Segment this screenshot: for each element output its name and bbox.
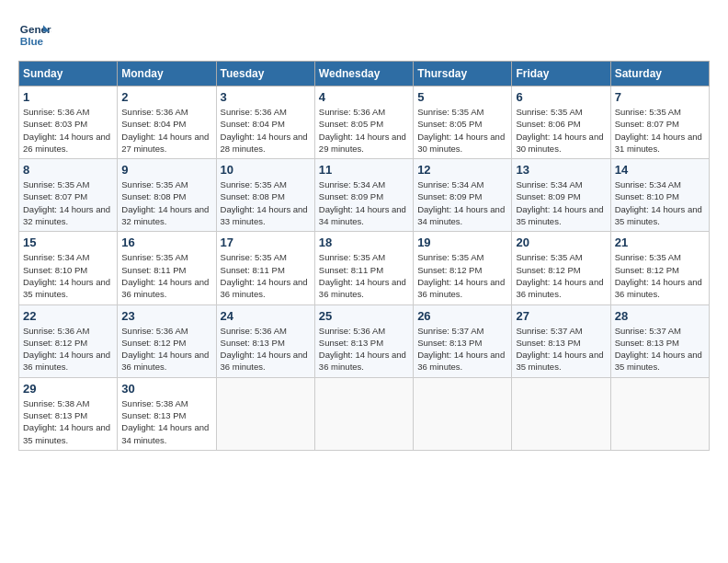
day-info: Sunrise: 5:36 AM Sunset: 8:04 PM Dayligh… xyxy=(121,106,211,155)
day-info: Sunrise: 5:34 AM Sunset: 8:09 PM Dayligh… xyxy=(417,178,507,227)
day-number: 30 xyxy=(121,382,211,396)
day-of-week-header: Wednesday xyxy=(314,62,413,86)
calendar-cell: 10 Sunrise: 5:35 AM Sunset: 8:08 PM Dayl… xyxy=(216,159,314,232)
day-info: Sunrise: 5:38 AM Sunset: 8:13 PM Dayligh… xyxy=(23,397,113,446)
calendar-week-row: 8 Sunrise: 5:35 AM Sunset: 8:07 PM Dayli… xyxy=(19,159,710,232)
day-info: Sunrise: 5:35 AM Sunset: 8:07 PM Dayligh… xyxy=(23,178,113,227)
day-of-week-header: Friday xyxy=(512,62,610,86)
calendar-cell: 9 Sunrise: 5:35 AM Sunset: 8:08 PM Dayli… xyxy=(118,159,216,232)
day-number: 29 xyxy=(23,382,113,396)
day-info: Sunrise: 5:34 AM Sunset: 8:10 PM Dayligh… xyxy=(23,251,113,300)
day-info: Sunrise: 5:36 AM Sunset: 8:12 PM Dayligh… xyxy=(23,325,113,373)
day-info: Sunrise: 5:37 AM Sunset: 8:13 PM Dayligh… xyxy=(417,325,507,373)
header: General Blue xyxy=(18,18,710,52)
day-number: 14 xyxy=(615,163,705,177)
calendar-cell: 16 Sunrise: 5:35 AM Sunset: 8:11 PM Dayl… xyxy=(118,232,216,304)
day-number: 10 xyxy=(221,163,311,177)
day-number: 1 xyxy=(23,90,113,104)
day-info: Sunrise: 5:36 AM Sunset: 8:03 PM Dayligh… xyxy=(23,106,113,155)
day-of-week-header: Saturday xyxy=(610,62,709,86)
day-number: 24 xyxy=(221,309,311,323)
calendar-week-row: 1 Sunrise: 5:36 AM Sunset: 8:03 PM Dayli… xyxy=(19,86,710,159)
logo-icon: General Blue xyxy=(18,18,51,52)
day-number: 20 xyxy=(516,236,606,249)
day-info: Sunrise: 5:34 AM Sunset: 8:09 PM Dayligh… xyxy=(516,178,606,227)
day-info: Sunrise: 5:35 AM Sunset: 8:08 PM Dayligh… xyxy=(221,178,311,227)
calendar-cell: 25 Sunrise: 5:36 AM Sunset: 8:13 PM Dayl… xyxy=(314,304,413,377)
day-info: Sunrise: 5:35 AM Sunset: 8:08 PM Dayligh… xyxy=(121,178,211,227)
calendar-cell: 19 Sunrise: 5:35 AM Sunset: 8:12 PM Dayl… xyxy=(414,232,512,304)
day-number: 12 xyxy=(417,163,507,177)
calendar-cell: 23 Sunrise: 5:36 AM Sunset: 8:12 PM Dayl… xyxy=(118,304,216,377)
calendar-cell: 7 Sunrise: 5:35 AM Sunset: 8:07 PM Dayli… xyxy=(610,86,709,159)
calendar-cell: 22 Sunrise: 5:36 AM Sunset: 8:12 PM Dayl… xyxy=(19,304,118,377)
calendar-cell xyxy=(512,377,610,450)
calendar-cell: 30 Sunrise: 5:38 AM Sunset: 8:13 PM Dayl… xyxy=(118,377,216,450)
calendar-week-row: 15 Sunrise: 5:34 AM Sunset: 8:10 PM Dayl… xyxy=(19,232,710,304)
calendar-cell: 27 Sunrise: 5:37 AM Sunset: 8:13 PM Dayl… xyxy=(512,304,610,377)
day-number: 28 xyxy=(615,309,705,323)
calendar-cell xyxy=(216,377,314,450)
day-of-week-header: Sunday xyxy=(19,62,118,86)
day-info: Sunrise: 5:35 AM Sunset: 8:12 PM Dayligh… xyxy=(615,251,705,300)
day-number: 15 xyxy=(23,236,113,249)
day-info: Sunrise: 5:36 AM Sunset: 8:05 PM Dayligh… xyxy=(319,106,409,155)
calendar-cell: 6 Sunrise: 5:35 AM Sunset: 8:06 PM Dayli… xyxy=(512,86,610,159)
calendar: SundayMondayTuesdayWednesdayThursdayFrid… xyxy=(18,61,710,451)
day-of-week-header: Tuesday xyxy=(216,62,314,86)
calendar-cell: 8 Sunrise: 5:35 AM Sunset: 8:07 PM Dayli… xyxy=(19,159,118,232)
day-number: 19 xyxy=(417,236,507,249)
day-number: 21 xyxy=(615,236,705,249)
svg-text:Blue: Blue xyxy=(20,35,44,47)
day-of-week-header: Monday xyxy=(118,62,216,86)
day-info: Sunrise: 5:35 AM Sunset: 8:06 PM Dayligh… xyxy=(516,106,606,155)
day-info: Sunrise: 5:34 AM Sunset: 8:10 PM Dayligh… xyxy=(615,178,705,227)
day-number: 25 xyxy=(319,309,409,323)
day-number: 17 xyxy=(221,236,311,249)
calendar-cell: 29 Sunrise: 5:38 AM Sunset: 8:13 PM Dayl… xyxy=(19,377,118,450)
calendar-cell: 1 Sunrise: 5:36 AM Sunset: 8:03 PM Dayli… xyxy=(19,86,118,159)
day-info: Sunrise: 5:35 AM Sunset: 8:11 PM Dayligh… xyxy=(319,251,409,300)
day-number: 8 xyxy=(23,163,113,177)
calendar-cell: 11 Sunrise: 5:34 AM Sunset: 8:09 PM Dayl… xyxy=(314,159,413,232)
calendar-cell: 17 Sunrise: 5:35 AM Sunset: 8:11 PM Dayl… xyxy=(216,232,314,304)
calendar-cell: 28 Sunrise: 5:37 AM Sunset: 8:13 PM Dayl… xyxy=(610,304,709,377)
calendar-cell: 5 Sunrise: 5:35 AM Sunset: 8:05 PM Dayli… xyxy=(414,86,512,159)
day-info: Sunrise: 5:35 AM Sunset: 8:05 PM Dayligh… xyxy=(417,106,507,155)
calendar-cell: 13 Sunrise: 5:34 AM Sunset: 8:09 PM Dayl… xyxy=(512,159,610,232)
calendar-cell: 26 Sunrise: 5:37 AM Sunset: 8:13 PM Dayl… xyxy=(414,304,512,377)
day-number: 11 xyxy=(319,163,409,177)
day-info: Sunrise: 5:35 AM Sunset: 8:12 PM Dayligh… xyxy=(516,251,606,300)
day-info: Sunrise: 5:37 AM Sunset: 8:13 PM Dayligh… xyxy=(516,325,606,373)
day-number: 7 xyxy=(615,90,705,104)
calendar-cell: 15 Sunrise: 5:34 AM Sunset: 8:10 PM Dayl… xyxy=(19,232,118,304)
calendar-cell: 12 Sunrise: 5:34 AM Sunset: 8:09 PM Dayl… xyxy=(414,159,512,232)
day-info: Sunrise: 5:36 AM Sunset: 8:04 PM Dayligh… xyxy=(221,106,311,155)
day-number: 27 xyxy=(516,309,606,323)
day-info: Sunrise: 5:35 AM Sunset: 8:11 PM Dayligh… xyxy=(121,251,211,300)
day-number: 26 xyxy=(417,309,507,323)
calendar-cell xyxy=(314,377,413,450)
calendar-week-row: 29 Sunrise: 5:38 AM Sunset: 8:13 PM Dayl… xyxy=(19,377,710,450)
calendar-cell: 2 Sunrise: 5:36 AM Sunset: 8:04 PM Dayli… xyxy=(118,86,216,159)
calendar-cell: 21 Sunrise: 5:35 AM Sunset: 8:12 PM Dayl… xyxy=(610,232,709,304)
day-number: 16 xyxy=(121,236,211,249)
day-number: 23 xyxy=(121,309,211,323)
day-info: Sunrise: 5:35 AM Sunset: 8:07 PM Dayligh… xyxy=(615,106,705,155)
day-info: Sunrise: 5:36 AM Sunset: 8:13 PM Dayligh… xyxy=(319,325,409,373)
day-info: Sunrise: 5:34 AM Sunset: 8:09 PM Dayligh… xyxy=(319,178,409,227)
day-number: 3 xyxy=(221,90,311,104)
day-info: Sunrise: 5:35 AM Sunset: 8:12 PM Dayligh… xyxy=(417,251,507,300)
day-info: Sunrise: 5:36 AM Sunset: 8:13 PM Dayligh… xyxy=(221,325,311,373)
calendar-cell xyxy=(414,377,512,450)
calendar-cell: 14 Sunrise: 5:34 AM Sunset: 8:10 PM Dayl… xyxy=(610,159,709,232)
day-info: Sunrise: 5:36 AM Sunset: 8:12 PM Dayligh… xyxy=(121,325,211,373)
day-number: 22 xyxy=(23,309,113,323)
day-number: 13 xyxy=(516,163,606,177)
calendar-cell: 3 Sunrise: 5:36 AM Sunset: 8:04 PM Dayli… xyxy=(216,86,314,159)
calendar-cell xyxy=(610,377,709,450)
day-number: 2 xyxy=(121,90,211,104)
calendar-week-row: 22 Sunrise: 5:36 AM Sunset: 8:12 PM Dayl… xyxy=(19,304,710,377)
logo: General Blue xyxy=(18,18,57,52)
calendar-cell: 4 Sunrise: 5:36 AM Sunset: 8:05 PM Dayli… xyxy=(314,86,413,159)
